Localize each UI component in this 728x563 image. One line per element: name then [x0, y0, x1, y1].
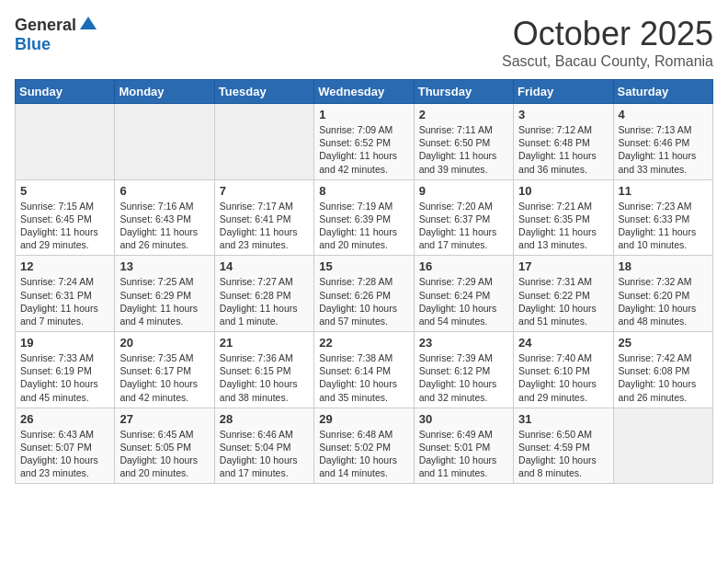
day-info: Sunrise: 6:43 AM Sunset: 5:07 PM Dayligh… [20, 428, 109, 480]
day-number: 4 [619, 108, 708, 121]
calendar-cell: 20Sunrise: 7:35 AM Sunset: 6:17 PM Dayli… [115, 332, 214, 408]
weekday-header-sunday: Sunday [16, 80, 115, 104]
calendar-cell [613, 408, 712, 484]
calendar-cell: 26Sunrise: 6:43 AM Sunset: 5:07 PM Dayli… [16, 408, 115, 484]
day-number: 15 [319, 259, 408, 273]
day-number: 22 [319, 336, 408, 350]
calendar-cell: 18Sunrise: 7:32 AM Sunset: 6:20 PM Dayli… [613, 256, 712, 332]
day-number: 28 [220, 412, 309, 426]
day-number: 17 [518, 259, 608, 273]
calendar-week-row: 12Sunrise: 7:24 AM Sunset: 6:31 PM Dayli… [16, 256, 713, 332]
day-number: 20 [119, 336, 209, 350]
weekday-header-row: SundayMondayTuesdayWednesdayThursdayFrid… [16, 80, 713, 104]
weekday-header-monday: Monday [115, 80, 214, 104]
day-info: Sunrise: 7:39 AM Sunset: 6:12 PM Dayligh… [419, 351, 508, 404]
calendar-cell: 16Sunrise: 7:29 AM Sunset: 6:24 PM Dayli… [414, 256, 513, 332]
month-title: October 2025 [502, 15, 713, 53]
day-number: 11 [619, 184, 708, 198]
calendar-cell: 17Sunrise: 7:31 AM Sunset: 6:22 PM Dayli… [514, 256, 613, 332]
calendar-cell: 2Sunrise: 7:11 AM Sunset: 6:50 PM Daylig… [414, 104, 513, 180]
day-number: 14 [220, 259, 309, 273]
day-number: 27 [119, 412, 209, 426]
calendar-cell: 24Sunrise: 7:40 AM Sunset: 6:10 PM Dayli… [514, 332, 613, 408]
weekday-header-saturday: Saturday [613, 80, 712, 104]
calendar-cell: 1Sunrise: 7:09 AM Sunset: 6:52 PM Daylig… [314, 104, 414, 180]
day-info: Sunrise: 7:24 AM Sunset: 6:31 PM Dayligh… [20, 275, 109, 327]
calendar-cell: 11Sunrise: 7:23 AM Sunset: 6:33 PM Dayli… [613, 179, 712, 256]
calendar-cell: 23Sunrise: 7:39 AM Sunset: 6:12 PM Dayli… [414, 332, 513, 408]
day-number: 24 [518, 336, 608, 350]
weekday-header-tuesday: Tuesday [214, 80, 313, 104]
calendar-cell: 14Sunrise: 7:27 AM Sunset: 6:28 PM Dayli… [214, 256, 313, 332]
day-number: 23 [419, 336, 508, 350]
calendar-table: SundayMondayTuesdayWednesdayThursdayFrid… [15, 79, 713, 484]
logo: General Blue [15, 15, 98, 54]
calendar-cell [16, 104, 115, 180]
day-info: Sunrise: 7:25 AM Sunset: 6:29 PM Dayligh… [119, 275, 209, 327]
day-number: 30 [419, 412, 508, 426]
day-info: Sunrise: 6:49 AM Sunset: 5:01 PM Dayligh… [419, 428, 508, 480]
calendar-week-row: 5Sunrise: 7:15 AM Sunset: 6:45 PM Daylig… [16, 179, 713, 256]
calendar-cell: 4Sunrise: 7:13 AM Sunset: 6:46 PM Daylig… [613, 104, 712, 180]
calendar-cell: 12Sunrise: 7:24 AM Sunset: 6:31 PM Dayli… [16, 256, 115, 332]
day-number: 31 [518, 412, 608, 426]
day-number: 9 [419, 184, 508, 198]
day-info: Sunrise: 7:32 AM Sunset: 6:20 PM Dayligh… [619, 275, 708, 327]
day-number: 7 [220, 184, 309, 198]
calendar-cell [214, 104, 313, 180]
calendar-cell: 25Sunrise: 7:42 AM Sunset: 6:08 PM Dayli… [613, 332, 712, 408]
day-info: Sunrise: 7:29 AM Sunset: 6:24 PM Dayligh… [419, 275, 508, 327]
weekday-header-wednesday: Wednesday [314, 80, 414, 104]
day-info: Sunrise: 7:31 AM Sunset: 6:22 PM Dayligh… [518, 275, 608, 327]
logo-blue: Blue [15, 35, 51, 53]
day-info: Sunrise: 7:35 AM Sunset: 6:17 PM Dayligh… [119, 351, 209, 404]
calendar-cell: 30Sunrise: 6:49 AM Sunset: 5:01 PM Dayli… [414, 408, 513, 484]
calendar-cell: 15Sunrise: 7:28 AM Sunset: 6:26 PM Dayli… [314, 256, 414, 332]
day-info: Sunrise: 6:45 AM Sunset: 5:05 PM Dayligh… [119, 428, 209, 480]
day-info: Sunrise: 7:15 AM Sunset: 6:45 PM Dayligh… [20, 200, 109, 252]
day-number: 6 [119, 184, 209, 198]
day-info: Sunrise: 7:28 AM Sunset: 6:26 PM Dayligh… [319, 275, 408, 327]
day-info: Sunrise: 7:11 AM Sunset: 6:50 PM Dayligh… [419, 123, 508, 176]
day-number: 12 [20, 259, 109, 273]
calendar-cell: 27Sunrise: 6:45 AM Sunset: 5:05 PM Dayli… [115, 408, 214, 484]
day-number: 5 [20, 184, 109, 198]
svg-marker-0 [80, 17, 97, 29]
day-number: 2 [419, 108, 508, 121]
calendar-week-row: 1Sunrise: 7:09 AM Sunset: 6:52 PM Daylig… [16, 104, 713, 180]
day-info: Sunrise: 7:23 AM Sunset: 6:33 PM Dayligh… [619, 200, 708, 252]
calendar-cell: 7Sunrise: 7:17 AM Sunset: 6:41 PM Daylig… [214, 179, 313, 256]
title-block: October 2025 Sascut, Bacau County, Roman… [502, 15, 713, 70]
page-header: General Blue October 2025 Sascut, Bacau … [15, 15, 713, 70]
day-info: Sunrise: 7:09 AM Sunset: 6:52 PM Dayligh… [319, 123, 408, 176]
calendar-cell: 3Sunrise: 7:12 AM Sunset: 6:48 PM Daylig… [514, 104, 613, 180]
day-number: 16 [419, 259, 508, 273]
weekday-header-friday: Friday [514, 80, 613, 104]
day-number: 13 [119, 259, 209, 273]
day-number: 29 [319, 412, 408, 426]
day-number: 25 [619, 336, 708, 350]
day-number: 10 [518, 184, 608, 198]
day-info: Sunrise: 7:42 AM Sunset: 6:08 PM Dayligh… [619, 351, 708, 404]
day-number: 21 [220, 336, 309, 350]
day-number: 8 [319, 184, 408, 198]
day-number: 1 [319, 108, 408, 121]
calendar-cell: 5Sunrise: 7:15 AM Sunset: 6:45 PM Daylig… [16, 179, 115, 256]
day-number: 3 [518, 108, 608, 121]
calendar-cell: 6Sunrise: 7:16 AM Sunset: 6:43 PM Daylig… [115, 179, 214, 256]
day-info: Sunrise: 7:12 AM Sunset: 6:48 PM Dayligh… [518, 123, 608, 176]
day-info: Sunrise: 7:19 AM Sunset: 6:39 PM Dayligh… [319, 200, 408, 252]
logo-general: General [15, 16, 76, 35]
location-subtitle: Sascut, Bacau County, Romania [502, 53, 713, 70]
calendar-cell: 29Sunrise: 6:48 AM Sunset: 5:02 PM Dayli… [314, 408, 414, 484]
calendar-cell: 13Sunrise: 7:25 AM Sunset: 6:29 PM Dayli… [115, 256, 214, 332]
day-info: Sunrise: 7:27 AM Sunset: 6:28 PM Dayligh… [220, 275, 309, 327]
day-number: 26 [20, 412, 109, 426]
calendar-cell: 10Sunrise: 7:21 AM Sunset: 6:35 PM Dayli… [514, 179, 613, 256]
calendar-week-row: 26Sunrise: 6:43 AM Sunset: 5:07 PM Dayli… [16, 408, 713, 484]
day-info: Sunrise: 6:50 AM Sunset: 4:59 PM Dayligh… [518, 428, 608, 480]
calendar-cell: 28Sunrise: 6:46 AM Sunset: 5:04 PM Dayli… [214, 408, 313, 484]
logo-icon [78, 15, 98, 35]
calendar-week-row: 19Sunrise: 7:33 AM Sunset: 6:19 PM Dayli… [16, 332, 713, 408]
day-info: Sunrise: 7:40 AM Sunset: 6:10 PM Dayligh… [518, 351, 608, 404]
